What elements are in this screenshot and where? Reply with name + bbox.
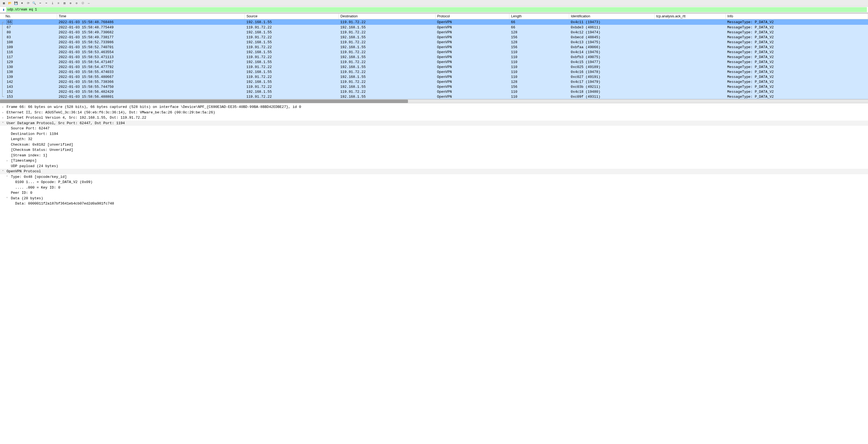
detail-line[interactable]: .... .000 = Key ID: 0 [0, 185, 868, 191]
detail-line[interactable]: › Ethernet II, Src: ASUSTekC_3c:36:14 (5… [0, 110, 868, 115]
table-row[interactable]: 1082022-01-03 15:58:52.733986192.168.1.5… [0, 40, 868, 44]
detail-line[interactable]: ˅ Data (20 bytes) [0, 196, 868, 201]
cell-ack-rtt [654, 79, 725, 84]
cell-length: 156 [509, 84, 569, 89]
hscroll-thumb[interactable] [0, 100, 408, 103]
table-row[interactable]: 1422022-01-03 15:58:55.738366192.168.1.5… [0, 79, 868, 84]
cell-info: MessageType: P_DATA_V2 [725, 94, 868, 99]
cell-info: MessageType: P_DATA_V2 [725, 49, 868, 55]
find-icon[interactable]: 🔍 [32, 1, 36, 5]
cell-length: 128 [509, 30, 569, 35]
tree-twisty-icon[interactable]: ˅ [5, 197, 9, 201]
auto-scroll-icon[interactable]: ≡ [56, 1, 61, 5]
detail-line[interactable]: Checksum: 0x8182 [unverified] [0, 142, 868, 147]
open-icon[interactable]: 📂 [8, 1, 12, 5]
detail-line[interactable]: › Internet Protocol Version 4, Src: 192.… [0, 115, 868, 121]
close-icon[interactable]: ✖ [20, 1, 24, 5]
table-row[interactable]: 1172022-01-03 15:58:53.471113119.91.72.2… [0, 55, 868, 60]
detail-line[interactable]: [Checksum Status: Unverified] [0, 147, 868, 153]
filter-bookmark-icon[interactable]: ▮ [1, 7, 6, 12]
cell-source: 119.91.72.22 [245, 25, 339, 30]
cell-no: 66 [0, 19, 57, 25]
table-row[interactable]: 1432022-01-03 15:58:55.744750119.91.72.2… [0, 84, 868, 89]
col-header-protocol[interactable]: Protocol [435, 13, 509, 19]
detail-line[interactable]: UDP payload (24 bytes) [0, 164, 868, 169]
cell-identification: 0x4c15 (19477) [569, 60, 655, 64]
col-header-source[interactable]: Source [245, 13, 339, 19]
cell-info: MessageType: P_DATA_V2 [725, 55, 868, 60]
save-icon[interactable]: 💾 [14, 1, 18, 5]
tree-twisty-icon[interactable]: › [1, 111, 4, 115]
cell-source: 192.168.1.55 [245, 60, 339, 64]
detail-line[interactable]: 0100 1... = Opcode: P_DATA_V2 (0x09) [0, 179, 868, 185]
zoom-out-icon[interactable]: ⊖ [74, 1, 79, 5]
detail-line[interactable]: ˅ Type: 0x48 [opcode/key_id] [0, 174, 868, 180]
col-header-identification[interactable]: Identification [569, 13, 655, 19]
table-row[interactable]: 1392022-01-03 15:58:55.480667119.91.72.2… [0, 74, 868, 79]
col-header-ack-rtt[interactable]: tcp.analysis.ack_rtt [654, 13, 725, 19]
zoom-reset-icon[interactable]: ⦾ [81, 1, 85, 5]
detail-line[interactable]: › Frame 66: 66 bytes on wire (528 bits),… [0, 104, 868, 110]
cell-destination: 192.168.1.55 [339, 84, 435, 89]
packet-list-hscrollbar[interactable] [0, 99, 868, 103]
tree-twisty-icon[interactable]: › [1, 105, 4, 109]
table-row[interactable]: 1302022-01-03 15:58:54.477792119.91.72.2… [0, 64, 868, 69]
resize-icon[interactable]: ↔ [87, 1, 91, 5]
packet-details-pane[interactable]: › Frame 66: 66 bytes on wire (528 bits),… [0, 103, 868, 444]
table-row[interactable]: 1522022-01-03 15:58:56.482420192.168.1.5… [0, 89, 868, 94]
col-header-time[interactable]: Time [57, 13, 245, 19]
table-row[interactable]: 1092022-01-03 15:58:52.740701119.91.72.2… [0, 44, 868, 49]
display-filter-bar: ▮ [0, 7, 868, 13]
cell-length: 110 [509, 64, 569, 69]
cell-ack-rtt [654, 30, 725, 35]
table-row[interactable]: 1162022-01-03 15:58:53.463554192.168.1.5… [0, 49, 868, 55]
table-row[interactable]: 1532022-01-03 15:58:56.488801119.91.72.2… [0, 94, 868, 99]
reload-icon[interactable]: ⟳ [26, 1, 30, 5]
cell-protocol: OpenVPN [435, 69, 509, 74]
tree-twisty-icon[interactable]: ˅ [1, 170, 4, 174]
tree-twisty-icon[interactable]: ˅ [1, 122, 4, 126]
zoom-in-icon[interactable]: ⊕ [68, 1, 73, 5]
cell-ack-rtt [654, 55, 725, 60]
detail-line[interactable]: Data: 0000011f2a187bf3641eb4cb07ed2d0a98… [0, 201, 868, 206]
tree-twisty-icon[interactable]: ˅ [5, 175, 9, 179]
cell-identification: 0x4c16 (19478) [569, 69, 655, 74]
cell-protocol: OpenVPN [435, 25, 509, 30]
cell-length: 110 [509, 94, 569, 99]
file-icon[interactable]: ▦ [2, 1, 6, 5]
table-row[interactable]: 672022-01-03 15:58:48.775449119.91.72.22… [0, 25, 868, 30]
table-row[interactable]: 1292022-01-03 15:58:54.471467192.168.1.5… [0, 60, 868, 64]
packet-list-pane[interactable]: No. Time Source Destination Protocol Len… [0, 13, 868, 99]
table-row[interactable]: 662022-01-03 15:58:48.768486192.168.1.55… [0, 19, 868, 25]
col-header-length[interactable]: Length [509, 13, 569, 19]
cell-destination: 119.91.72.22 [339, 69, 435, 74]
go-last-icon[interactable]: ⤓ [50, 1, 55, 5]
detail-line[interactable]: Peer ID: 0 [0, 190, 868, 196]
detail-line[interactable]: › [Timestamps] [0, 158, 868, 164]
table-row[interactable]: 832022-01-03 15:58:49.738177119.91.72.22… [0, 35, 868, 40]
table-row[interactable]: 1382022-01-03 15:58:55.474033192.168.1.5… [0, 69, 868, 74]
go-back-icon[interactable]: ⬅ [38, 1, 42, 5]
detail-line[interactable]: ˅ User Datagram Protocol, Src Port: 6244… [0, 121, 868, 126]
cell-source: 119.91.72.22 [245, 44, 339, 49]
cell-ack-rtt [654, 44, 725, 49]
detail-line[interactable]: Source Port: 62447 [0, 126, 868, 131]
cell-ack-rtt [654, 25, 725, 30]
detail-line[interactable]: Length: 32 [0, 137, 868, 142]
detail-line[interactable]: ˅ OpenVPN Protocol [0, 169, 868, 174]
col-header-info[interactable]: Info [725, 13, 868, 19]
cell-no: 67 [0, 25, 57, 30]
cell-no: 109 [0, 44, 57, 49]
colorize-icon[interactable]: ▤ [62, 1, 67, 5]
detail-line[interactable]: [Stream index: 1] [0, 153, 868, 158]
go-fwd-icon[interactable]: ➡ [44, 1, 49, 5]
detail-line[interactable]: Destination Port: 1194 [0, 131, 868, 137]
col-header-no[interactable]: No. [0, 13, 57, 19]
cell-destination: 192.168.1.55 [339, 35, 435, 40]
table-row[interactable]: 802022-01-03 15:58:49.730682192.168.1.55… [0, 30, 868, 35]
tree-twisty-icon[interactable]: › [5, 159, 9, 163]
cell-info: MessageType: P_DATA_V2 [725, 89, 868, 94]
col-header-destination[interactable]: Destination [339, 13, 435, 19]
tree-twisty-icon[interactable]: › [1, 116, 4, 120]
display-filter-input[interactable] [6, 7, 867, 12]
